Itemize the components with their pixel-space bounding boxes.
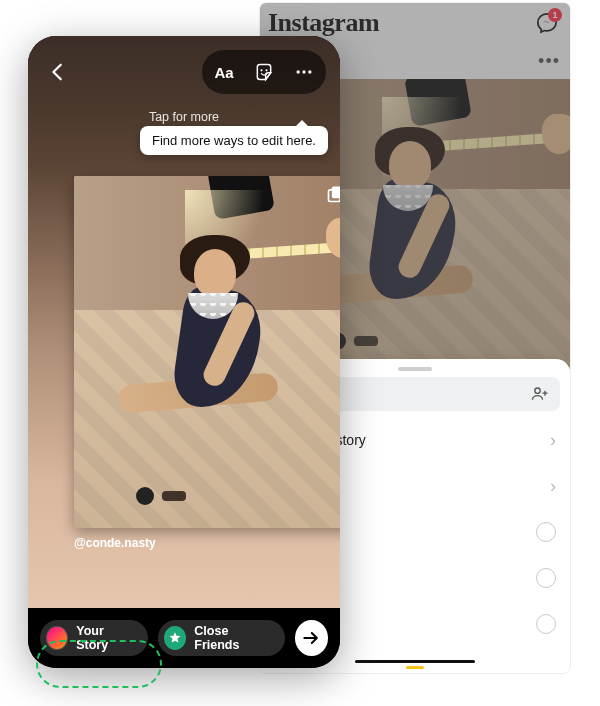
avatar	[46, 626, 68, 650]
chevron-left-icon	[47, 61, 69, 83]
edit-tooltip: Find more ways to edit here.	[140, 126, 328, 155]
carousel-icon	[326, 184, 340, 204]
sticker-tool-button[interactable]	[247, 55, 281, 89]
your-story-button[interactable]: Your Story	[40, 620, 148, 656]
select-radio[interactable]	[536, 522, 556, 542]
instagram-logo: Instagram	[268, 8, 379, 38]
select-radio[interactable]	[536, 568, 556, 588]
home-indicator	[355, 660, 475, 663]
notification-badge: 1	[548, 8, 562, 22]
add-people-icon	[530, 384, 550, 404]
sticker-icon	[254, 62, 274, 82]
tap-for-more-label: Tap for more	[28, 110, 340, 124]
close-friends-icon	[164, 626, 186, 650]
svg-point-2	[265, 69, 267, 71]
svg-rect-6	[332, 187, 340, 199]
svg-point-1	[260, 69, 262, 71]
embedded-post[interactable]	[74, 176, 340, 528]
close-friends-label: Close Friends	[194, 624, 270, 652]
svg-point-4	[302, 70, 305, 73]
accent-bar	[406, 666, 424, 669]
text-tool-button[interactable]: Aa	[207, 55, 241, 89]
author-tag[interactable]: @conde.nasty	[74, 536, 156, 550]
more-options-button[interactable]	[287, 55, 321, 89]
svg-point-0	[535, 388, 540, 393]
story-canvas[interactable]: Aa Tap for more Find more ways to	[28, 36, 340, 608]
close-friends-button[interactable]: Close Friends	[158, 620, 284, 656]
your-story-label: Your Story	[76, 624, 134, 652]
chevron-right-icon: ›	[550, 476, 556, 497]
select-radio[interactable]	[536, 614, 556, 634]
sheet-grab-handle[interactable]	[398, 367, 432, 371]
edit-tools: Aa	[202, 50, 326, 94]
svg-point-3	[297, 70, 300, 73]
arrow-right-icon	[301, 628, 321, 648]
story-footer: Your Story Close Friends	[28, 608, 340, 668]
chevron-right-icon: ›	[550, 430, 556, 451]
story-editor-screen: Aa Tap for more Find more ways to	[28, 36, 340, 668]
svg-point-5	[308, 70, 311, 73]
back-button[interactable]	[42, 56, 74, 88]
post-more-button[interactable]: •••	[538, 51, 560, 72]
send-button[interactable]	[295, 620, 328, 656]
messenger-button[interactable]: 1	[536, 12, 558, 34]
more-horizontal-icon	[294, 62, 314, 82]
